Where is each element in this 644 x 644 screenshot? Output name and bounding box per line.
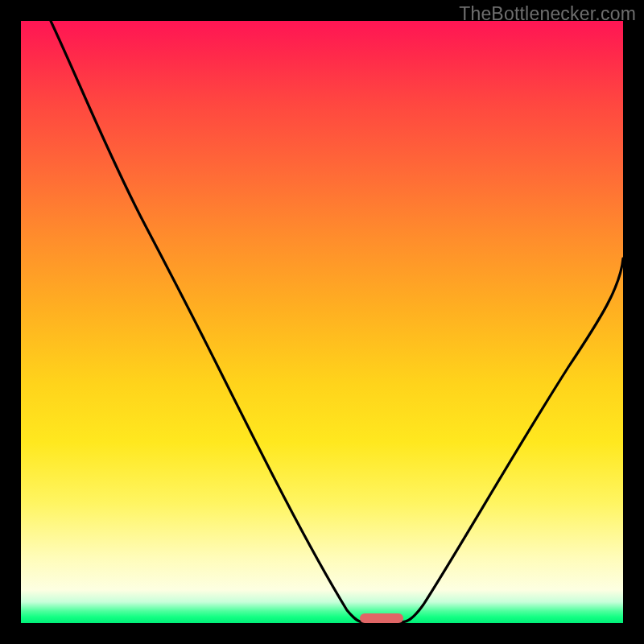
watermark-text: TheBottlenecker.com <box>459 3 636 25</box>
chart-frame: TheBottlenecker.com <box>0 0 644 644</box>
minimum-marker <box>360 613 403 623</box>
curve-path <box>51 21 623 622</box>
bottleneck-curve <box>21 21 623 623</box>
